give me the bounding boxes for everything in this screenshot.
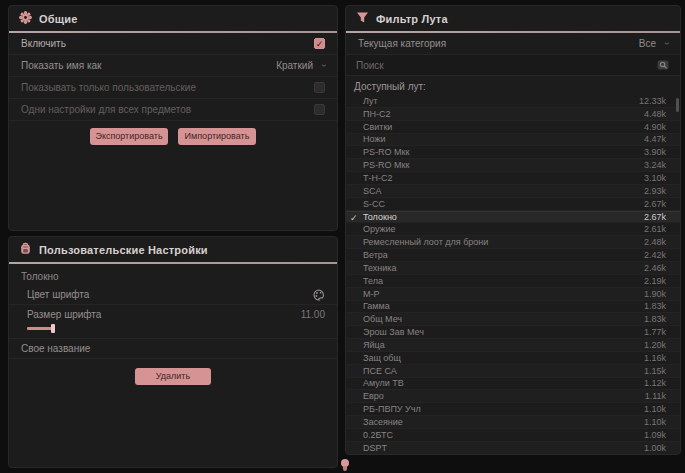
loot-item-count: 1.10k <box>644 404 666 414</box>
loot-list-item[interactable]: ✓ DSPT 1.00k <box>346 442 680 455</box>
loot-list-item[interactable]: ✓ Лут 12.33k <box>346 95 680 108</box>
header-divider <box>346 31 680 33</box>
chevron-down-icon: › <box>319 64 328 67</box>
setting-row-same-settings: Одни настройки для всех предметов ✓ <box>9 99 337 121</box>
loot-item-name: ПСЕ СА <box>363 366 397 376</box>
font-size-slider[interactable] <box>27 324 319 334</box>
loot-item-name: Оружие <box>363 224 396 234</box>
user-settings-title: Пользовательские Настройки <box>39 244 208 256</box>
loot-item-count: 12.33k <box>639 96 666 106</box>
loot-list-item[interactable]: ✓ Ремесленный лоот для брони 2.48k <box>346 236 680 249</box>
category-value: Все <box>639 38 656 49</box>
loot-list-item[interactable]: ✓ Тела 2.19k <box>346 275 680 288</box>
loot-filter-panel: Фильтр Лута Текущая категория Все › Поис… <box>345 5 681 455</box>
general-panel-title: Общие <box>39 13 78 25</box>
slider-thumb[interactable] <box>51 324 55 333</box>
name-mode-dropdown[interactable]: Краткий › <box>276 60 325 71</box>
loot-item-name: Ножи <box>363 134 385 144</box>
only-custom-checkbox[interactable]: ✓ <box>314 82 325 93</box>
loot-item-name: Амули ТВ <box>363 378 404 388</box>
loot-item-name: S-СС <box>363 199 385 209</box>
loot-list-item[interactable]: ✓ Толокно 2.67k <box>346 211 680 224</box>
loot-list-item[interactable]: ✓ Амули ТВ 1.12k <box>346 378 680 391</box>
loot-list-item[interactable]: ✓ S-СС 2.67k <box>346 198 680 211</box>
font-size-label: Размер шрифта <box>27 309 101 320</box>
loot-list-item[interactable]: ✓ Свитки 4.90k <box>346 121 680 134</box>
category-dropdown[interactable]: Все › <box>639 38 668 49</box>
loot-item-name: Эрош Зав Меч <box>363 327 424 337</box>
available-loot-label: Доступный лут: <box>346 76 680 95</box>
loot-list-item[interactable]: ✓ Яйца 1.20k <box>346 339 680 352</box>
loot-item-name: DSPT <box>363 443 387 453</box>
loot-item-name: ПН-С2 <box>363 109 390 119</box>
font-size-row: Размер шрифта 11.00 <box>9 305 337 323</box>
loot-item-name: Техника <box>363 263 396 273</box>
loot-item-name: SCA <box>363 186 382 196</box>
setting-row-only-custom: Показывать только пользовательские ✓ <box>9 77 337 99</box>
loot-list-item[interactable]: ✓ Евро 1.11k <box>346 390 680 403</box>
loot-filter-header: Фильтр Лута <box>346 6 680 31</box>
loot-item-name: М-Р <box>363 289 380 299</box>
loot-item-name: РБ-ПВПУ Учл <box>363 404 421 414</box>
loot-list-item[interactable]: ✓ Общ Меч 1.83k <box>346 313 680 326</box>
check-icon: ✓ <box>350 212 358 225</box>
loot-list-item[interactable]: ✓ Ножи 4.47k <box>346 134 680 147</box>
backpack-icon <box>19 241 32 259</box>
loot-item-count: 1.10k <box>644 417 666 427</box>
name-mode-label: Показать имя как <box>21 60 101 71</box>
export-button[interactable]: Экспортировать <box>90 128 168 145</box>
loot-item-name: Ремесленный лоот для брони <box>363 237 488 247</box>
loot-item-count: 4.90k <box>644 122 666 132</box>
search-icon[interactable] <box>657 60 670 71</box>
resize-grip-icon[interactable] <box>339 459 351 473</box>
color-palette-icon[interactable] <box>313 289 325 301</box>
import-button[interactable]: Импортировать <box>178 128 256 145</box>
loot-list-item[interactable]: ✓ 0.2БТС 1.09k <box>346 429 680 442</box>
loot-item-count: 2.42k <box>644 250 666 260</box>
scrollbar-thumb[interactable] <box>676 98 679 112</box>
loot-list-item[interactable]: ✓ М-Р 1.90k <box>346 288 680 301</box>
slider-fill <box>27 327 53 330</box>
loot-item-name: Свитки <box>363 122 392 132</box>
loot-list-item[interactable]: ✓ Оружие 2.61k <box>346 223 680 236</box>
loot-list-item[interactable]: ✓ Ветра 2.42k <box>346 249 680 262</box>
loot-list-item[interactable]: ✓ Гамма 1.83k <box>346 301 680 314</box>
loot-list-item[interactable]: ✓ PS-RO Мкк 3.90k <box>346 146 680 159</box>
enable-label: Включить <box>21 38 66 49</box>
custom-name-input[interactable]: Свое название <box>9 339 337 359</box>
loot-list-item[interactable]: ✓ РБ-ПВПУ Учл 1.10k <box>346 403 680 416</box>
search-input[interactable]: Поиск <box>346 55 680 76</box>
loot-list-item[interactable]: ✓ Техника 2.46k <box>346 262 680 275</box>
loot-item-count: 4.47k <box>644 134 666 144</box>
loot-item-name: Яйца <box>363 340 385 350</box>
selected-item-name: Толокно <box>9 264 337 285</box>
loot-item-count: 2.93k <box>644 186 666 196</box>
loot-item-count: 2.46k <box>644 263 666 273</box>
loot-item-count: 2.19k <box>644 276 666 286</box>
loot-list-item[interactable]: ✓ ПН-С2 4.48k <box>346 108 680 121</box>
loot-list-item[interactable]: ✓ ПСЕ СА 1.15k <box>346 365 680 378</box>
loot-list-item[interactable]: ✓ SCA 2.93k <box>346 185 680 198</box>
enable-checkbox[interactable]: ✓ <box>314 38 325 49</box>
loot-item-name: PS-RO Мкк <box>363 160 409 170</box>
chevron-down-icon: › <box>662 42 671 45</box>
loot-list-item[interactable]: ✓ Засеяние 1.10k <box>346 416 680 429</box>
same-settings-label: Одни настройки для всех предметов <box>21 104 191 115</box>
delete-button[interactable]: Удалить <box>135 368 211 385</box>
loot-item-name: Общ Меч <box>363 314 402 324</box>
category-label: Текущая категория <box>358 38 446 49</box>
loot-list-item[interactable]: ✓ PS-RO Мкк 3.24k <box>346 159 680 172</box>
category-row: Текущая категория Все › <box>346 33 680 55</box>
user-settings-header: Пользовательские Настройки <box>9 237 337 262</box>
same-settings-checkbox[interactable]: ✓ <box>314 104 325 115</box>
header-divider <box>9 262 337 264</box>
loot-filter-title: Фильтр Лута <box>376 13 448 25</box>
loot-item-count: 1.83k <box>644 314 666 324</box>
loot-item-name: PS-RO Мкк <box>363 147 409 157</box>
loot-item-count: 1.15k <box>644 366 666 376</box>
loot-list-item[interactable]: ✓ Эрош Зав Меч 1.77k <box>346 326 680 339</box>
loot-list-item[interactable]: ✓ Т-Н-С2 3.10k <box>346 172 680 185</box>
loot-list-item[interactable]: ✓ Защ общ 1.16k <box>346 352 680 365</box>
general-panel-header: Общие <box>9 6 337 31</box>
loot-item-name: Евро <box>363 391 384 401</box>
